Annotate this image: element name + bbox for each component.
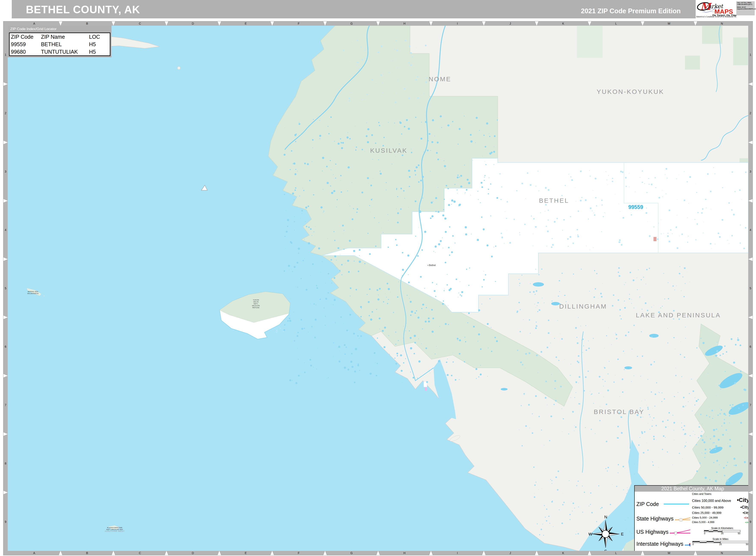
- contact-email: mapsales@MarketMAPS.com: [737, 8, 754, 10]
- grid-cell-N: N: [695, 551, 748, 555]
- grid-cell-8: 8: [748, 434, 753, 492]
- tiny-map-label: YUKON DELTA NAT'L WILDLIFE REFUGE: [252, 299, 260, 309]
- county-label-nome: NOME: [429, 75, 451, 83]
- county-label-bristol-bay: BRISTOL BAY: [594, 408, 645, 416]
- tiny-map-label: BERING SEA WILDERNESS: [27, 290, 39, 294]
- grid-cell-E: E: [219, 22, 272, 26]
- compass-north-label: N: [604, 515, 607, 519]
- header-bar: BETHEL COUNTY, AK 2021 ZIP Code Premium …: [12, 0, 696, 19]
- green-patch: [685, 56, 700, 70]
- svg-text:America's Leading Source of Bu: America's Leading Source of Business Map…: [696, 15, 736, 18]
- grid-cell-3: 3: [748, 142, 753, 201]
- grid-cell-F: F: [272, 551, 325, 555]
- green-patch: [577, 26, 602, 58]
- grid-cell-L: L: [590, 22, 643, 26]
- zip-index-table: ZIP CodeZIP NameLOC99559BETHELH599680TUN…: [10, 33, 110, 56]
- grid-cell-A: A: [8, 551, 61, 555]
- grid-cell-F: F: [272, 22, 325, 26]
- grid-cell-N: N: [695, 22, 748, 26]
- scale-bar-km: [704, 530, 741, 532]
- legend-city-row: Cities 50,000 - 99,999 •City: [692, 505, 748, 510]
- legend-row-us: US Highways: [636, 527, 690, 536]
- legend-row-zip: ZIP Code: [636, 500, 690, 508]
- islet: [43, 295, 45, 297]
- grid-cell-6: 6: [3, 317, 8, 376]
- grid-corner-tr: [748, 22, 753, 26]
- grid-cell-5: 5: [748, 259, 753, 318]
- zip-table-header: ZIP Code: [10, 33, 40, 41]
- grid-cell-L: L: [590, 551, 643, 555]
- grid-cell-2: 2: [748, 84, 753, 142]
- grid-cell-1: 1: [748, 26, 753, 84]
- grid-cell-9: 9: [3, 492, 8, 551]
- legend-scales: Scale in Kilometers 0 25 50: [692, 527, 748, 549]
- page-title: BETHEL COUNTY, AK: [26, 3, 140, 16]
- tiny-map-label: ALEUTIANS WEST: [105, 530, 125, 532]
- zip-patch-red: [654, 237, 657, 241]
- legend-city-row: Cities 25,000 - 49,999 •City: [692, 511, 748, 515]
- legend-row-interstate: Interstate Highways: [636, 540, 690, 548]
- grid-cell-K: K: [537, 22, 590, 26]
- grid-ruler-left: 123456789: [3, 26, 8, 551]
- compass-rose-art: [588, 514, 623, 551]
- contact-phone: 1-888-434-MAPS (6277): [737, 4, 754, 5]
- grid-cell-4: 4: [748, 201, 753, 259]
- legend-city-row: Cities 5,000 - 4,999 •City: [692, 521, 748, 524]
- legend-city-row: Cities 100,000 and Above •City: [692, 497, 748, 503]
- grid-cell-H: H: [378, 551, 431, 555]
- county-label-bethel: BETHEL: [539, 197, 569, 204]
- grid-cell-C: C: [113, 22, 166, 26]
- logo-contact-box: CALL US TOLL FREE! 1-888-434-MAPS (6277)…: [736, 1, 755, 15]
- grid-cell-2: 2: [3, 84, 8, 142]
- grid-cell-1: 1: [3, 26, 8, 84]
- grid-cell-C: C: [113, 551, 166, 555]
- grid-cell-3: 3: [3, 142, 8, 201]
- county-label-kusilvak: KUSILVAK: [370, 147, 407, 154]
- grid-cell-7: 7: [748, 376, 753, 434]
- grid-cell-B: B: [61, 551, 113, 555]
- grid-cell-M: M: [643, 551, 695, 555]
- grid-cell-G: G: [325, 551, 378, 555]
- legend-cities: Cities and Towns Cities 100,000 and Abov…: [692, 492, 748, 525]
- legend-title: 2021 Bethel County, AK Map: [635, 486, 748, 492]
- compass-west-label: W: [588, 532, 592, 536]
- grid-cell-E: E: [219, 551, 272, 555]
- marketmaps-logo: M arket MAPS On Target. On Time. America…: [696, 0, 755, 18]
- county-label-dillingham: DILLINGHAM: [559, 303, 607, 310]
- grid-cell-D: D: [166, 22, 219, 26]
- zip-code-label: 99559: [628, 204, 643, 210]
- grid-cell-A: A: [8, 22, 61, 26]
- legend-cities-header: Cities and Towns: [692, 492, 748, 495]
- legend-city-row: Cities 5,000 - 24,999 •City: [692, 516, 748, 519]
- grid-cell-H: H: [378, 22, 431, 26]
- grid-cell-J: J: [484, 22, 537, 26]
- grid-ruler-right: 123456789: [748, 26, 753, 551]
- table-row: 99680TUNTUTULIAKH5: [10, 48, 110, 56]
- zip-index-title: ZIP Code Index/Grid Locator: [10, 27, 57, 31]
- legend-row-state: State Highways: [636, 514, 690, 523]
- marketmaps-logo-art: M arket MAPS On Target. On Time. America…: [696, 0, 736, 18]
- grid-cell-6: 6: [748, 317, 753, 376]
- grid-cell-G: G: [325, 22, 378, 26]
- county-label-yukon-koyukuk: YUKON-KOYUKUK: [597, 88, 664, 95]
- zip-index-panel: ZIP Code Index/Grid Locator ZIP CodeZIP …: [8, 26, 111, 57]
- county-label-lake-and-peninsula: LAKE AND PENINSULA: [636, 312, 721, 319]
- map-legend: 2021 Bethel County, AK Map ZIP CodeState…: [634, 485, 748, 551]
- grid-cell-J: J: [484, 551, 537, 555]
- zip-index-table-wrap: ZIP CodeZIP NameLOC99559BETHELH599680TUN…: [9, 33, 110, 56]
- zip-table-header: LOC: [88, 33, 110, 41]
- grid-cell-4: 4: [3, 201, 8, 259]
- grid-corner-br: [748, 551, 753, 555]
- map-poster-page: BETHEL COUNTY, AK 2021 ZIP Code Premium …: [0, 0, 756, 556]
- grid-cell-I: I: [431, 551, 484, 555]
- grid-cell-B: B: [61, 22, 113, 26]
- grid-ruler-top: ABCDEFGHIJKLMN: [8, 22, 748, 26]
- contact-call-label: CALL US TOLL FREE!: [737, 2, 754, 4]
- legend-road-symbols: ZIP CodeState Highways US Highways Inter…: [636, 492, 690, 551]
- grid-cell-K: K: [537, 551, 590, 555]
- grid-cell-7: 7: [3, 376, 8, 434]
- scale-miles: Scale in Miles 0 25 50: [692, 537, 748, 546]
- grid-corner-bl: [3, 551, 8, 555]
- islet-north: [177, 67, 180, 70]
- map-geography: [8, 26, 748, 551]
